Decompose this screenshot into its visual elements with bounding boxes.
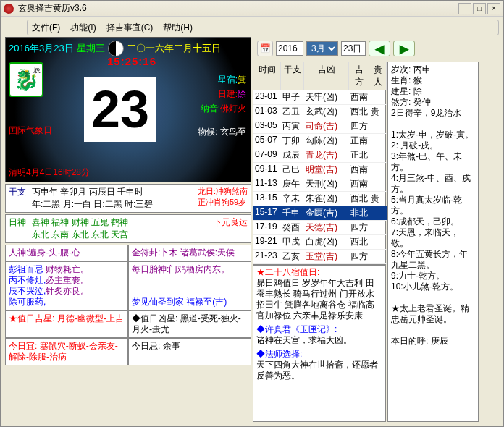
- hour-row[interactable]: 17-19癸酉天德(吉)四方: [253, 221, 385, 235]
- intl-day: 国际气象日: [9, 124, 52, 137]
- close-button[interactable]: ×: [487, 3, 500, 14]
- min-button[interactable]: _: [458, 3, 471, 14]
- hour-row[interactable]: 07-09戊辰青龙(吉)正北: [253, 148, 385, 163]
- hour-row[interactable]: 15-17壬申金匮(吉)非北: [253, 206, 385, 221]
- window-title: 玄奥择吉黄历v3.6: [18, 2, 87, 14]
- calendar-icon[interactable]: 📅: [257, 41, 273, 56]
- weekday: 星期三: [77, 42, 105, 55]
- max-button[interactable]: □: [473, 3, 486, 14]
- yinyang-icon: [108, 41, 124, 56]
- hour-row[interactable]: 13-15辛未朱雀(凶)西北贵: [253, 192, 385, 206]
- solar-term: 清明4月4日16时28分: [9, 166, 90, 179]
- menu-help[interactable]: 帮助(H): [163, 22, 193, 34]
- info-grid: 人神:遍身-头-腰-心 金符卦:卜木 诸葛武侯:天侯 彭祖百忌 丙不修灶, 辰不…: [5, 245, 251, 365]
- menu-bar: 文件(F) 功能(I) 择吉事宜(C) 帮助(H): [27, 20, 499, 35]
- prev-arrow[interactable]: ◀: [369, 41, 390, 56]
- zodiac-dragon-icon: 🐉辰: [9, 62, 43, 97]
- rishen-panel: 日神 喜神 福神 财神 五鬼 鹤神 东北 东南 东北 东北 天宫 下元良运: [5, 214, 251, 243]
- side-labels: 星宿:箕 日建:除 纳音:佛灯火 物候: 玄鸟至: [198, 72, 246, 139]
- day-number: 23: [84, 77, 156, 142]
- app-icon: [4, 4, 14, 14]
- earth-panel: 2016年3月23日 星期三 二〇一六年二月十五日 15:25:16 🐉辰 23…: [5, 37, 251, 182]
- menu-shi[interactable]: 择吉事宜(C): [106, 22, 154, 34]
- hour-row[interactable]: 09-11己巳明堂(吉)西南: [253, 163, 385, 177]
- hour-row[interactable]: 11-13庚午天刑(凶)西南: [253, 177, 385, 192]
- gregorian-date: 2016年3月23日: [9, 42, 74, 55]
- right-panel: 岁次: 丙申生肖: 猴建星: 除 煞方: 癸仲2日得辛，9龙治水 1:太岁-申，…: [387, 62, 479, 422]
- lunar-date: 二〇一六年二月十五日: [127, 42, 221, 55]
- hour-row[interactable]: 05-07丁卯勾陈(凶)正南: [253, 134, 385, 148]
- month-select[interactable]: 3月: [306, 41, 338, 56]
- date-toolbar: 📅 3月 ◀ ▶: [257, 38, 474, 59]
- hour-table: 时间干支吉凶吉方贵人 23-01甲子天牢(凶)西南01-03乙丑玄武(凶)西北贵…: [253, 62, 386, 265]
- hour-row[interactable]: 19-21甲戌白虎(凶)西北: [253, 235, 385, 250]
- hour-row[interactable]: 01-03乙丑玄武(凶)西北贵: [253, 105, 385, 119]
- day-input[interactable]: [341, 41, 366, 56]
- menu-func[interactable]: 功能(I): [70, 22, 96, 34]
- clock: 15:25:16: [107, 55, 156, 67]
- menu-file[interactable]: 文件(F): [32, 22, 60, 34]
- almanac-panel: ★二十八宿值日: 昴日鸡值日 岁岁年年大吉利 田蚕丰熟长 骑马行过州 门开放水招…: [253, 265, 386, 422]
- year-input[interactable]: [276, 41, 303, 56]
- hour-row[interactable]: 23-01甲子天牢(凶)西南: [253, 90, 385, 105]
- ganzhi-panel: 干支 丙申年 辛卯月 丙辰日 壬申时年:二黑 月:一白 日:二黑 时:三碧 龙日…: [5, 184, 251, 213]
- next-arrow[interactable]: ▶: [393, 41, 415, 56]
- hour-row[interactable]: 21-23乙亥玉堂(吉)四方: [253, 250, 385, 264]
- hour-row[interactable]: 03-05丙寅司命(吉)四方: [253, 119, 385, 134]
